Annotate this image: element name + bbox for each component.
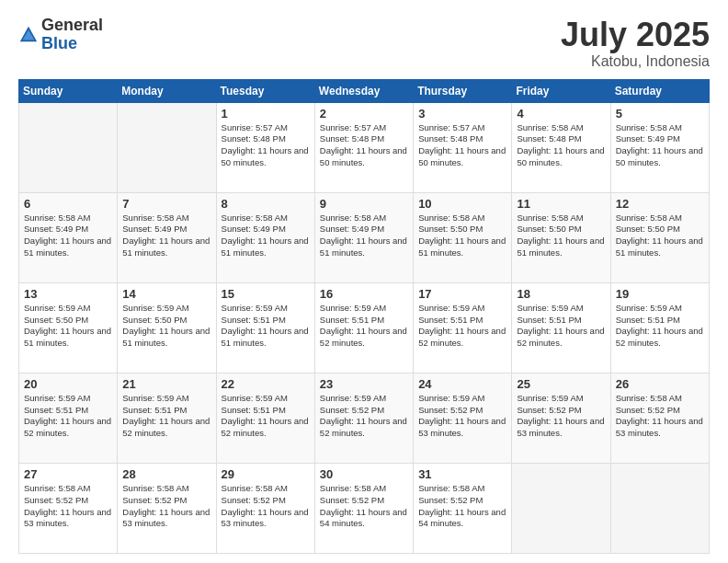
day-info: Sunrise: 5:58 AM Sunset: 5:50 PM Dayligh… — [517, 213, 605, 259]
calendar-cell: 12Sunrise: 5:58 AM Sunset: 5:50 PM Dayli… — [610, 192, 709, 282]
day-number: 12 — [616, 197, 704, 211]
calendar-cell: 1Sunrise: 5:57 AM Sunset: 5:48 PM Daylig… — [216, 102, 314, 192]
day-info: Sunrise: 5:58 AM Sunset: 5:49 PM Dayligh… — [24, 213, 112, 259]
calendar-cell: 2Sunrise: 5:57 AM Sunset: 5:48 PM Daylig… — [314, 102, 413, 192]
day-number: 27 — [24, 467, 112, 481]
calendar-cell: 11Sunrise: 5:58 AM Sunset: 5:50 PM Dayli… — [512, 192, 610, 282]
day-number: 6 — [24, 197, 112, 211]
day-number: 15 — [222, 287, 310, 301]
calendar-week-row: 27Sunrise: 5:58 AM Sunset: 5:52 PM Dayli… — [19, 463, 710, 553]
calendar-cell: 31Sunrise: 5:58 AM Sunset: 5:52 PM Dayli… — [414, 463, 512, 553]
calendar-cell: 22Sunrise: 5:59 AM Sunset: 5:51 PM Dayli… — [216, 373, 314, 463]
day-info: Sunrise: 5:58 AM Sunset: 5:50 PM Dayligh… — [616, 213, 704, 259]
day-info: Sunrise: 5:59 AM Sunset: 5:51 PM Dayligh… — [418, 303, 506, 350]
logo-blue: Blue — [41, 35, 103, 53]
day-number: 21 — [122, 377, 210, 391]
calendar-cell — [610, 463, 709, 553]
calendar-cell: 18Sunrise: 5:59 AM Sunset: 5:51 PM Dayli… — [512, 282, 610, 373]
day-number: 14 — [122, 287, 210, 301]
weekday-header-wednesday: Wednesday — [314, 79, 413, 102]
day-info: Sunrise: 5:59 AM Sunset: 5:51 PM Dayligh… — [517, 303, 605, 350]
day-number: 19 — [616, 287, 704, 301]
calendar-week-row: 13Sunrise: 5:59 AM Sunset: 5:50 PM Dayli… — [19, 282, 710, 373]
calendar-cell: 13Sunrise: 5:59 AM Sunset: 5:50 PM Dayli… — [19, 282, 118, 373]
calendar-week-row: 6Sunrise: 5:58 AM Sunset: 5:49 PM Daylig… — [19, 192, 710, 282]
day-number: 24 — [418, 377, 506, 391]
day-info: Sunrise: 5:59 AM Sunset: 5:52 PM Dayligh… — [418, 393, 506, 440]
day-info: Sunrise: 5:57 AM Sunset: 5:48 PM Dayligh… — [222, 122, 310, 169]
calendar-cell: 29Sunrise: 5:58 AM Sunset: 5:52 PM Dayli… — [216, 463, 314, 553]
weekday-header-saturday: Saturday — [610, 79, 709, 102]
day-number: 22 — [222, 377, 310, 391]
day-info: Sunrise: 5:58 AM Sunset: 5:52 PM Dayligh… — [320, 483, 408, 530]
day-info: Sunrise: 5:58 AM Sunset: 5:52 PM Dayligh… — [418, 483, 506, 530]
day-info: Sunrise: 5:58 AM Sunset: 5:52 PM Dayligh… — [24, 483, 112, 530]
day-number: 11 — [517, 197, 605, 211]
day-info: Sunrise: 5:58 AM Sunset: 5:49 PM Dayligh… — [122, 213, 210, 259]
page: General Blue July 2025 Katobu, Indonesia… — [0, 0, 728, 563]
weekday-header-tuesday: Tuesday — [216, 79, 314, 102]
day-info: Sunrise: 5:59 AM Sunset: 5:52 PM Dayligh… — [320, 393, 408, 440]
calendar-cell: 26Sunrise: 5:58 AM Sunset: 5:52 PM Dayli… — [610, 373, 709, 463]
day-info: Sunrise: 5:59 AM Sunset: 5:51 PM Dayligh… — [122, 393, 210, 440]
day-info: Sunrise: 5:59 AM Sunset: 5:51 PM Dayligh… — [24, 393, 112, 440]
logo-general: General — [41, 17, 103, 35]
day-info: Sunrise: 5:59 AM Sunset: 5:52 PM Dayligh… — [517, 393, 605, 440]
calendar-cell: 6Sunrise: 5:58 AM Sunset: 5:49 PM Daylig… — [19, 192, 118, 282]
day-number: 28 — [122, 467, 210, 481]
logo-icon — [18, 25, 39, 45]
calendar-cell: 20Sunrise: 5:59 AM Sunset: 5:51 PM Dayli… — [19, 373, 118, 463]
day-number: 17 — [418, 287, 506, 301]
calendar-cell: 28Sunrise: 5:58 AM Sunset: 5:52 PM Dayli… — [118, 463, 216, 553]
calendar-cell — [19, 102, 118, 192]
day-number: 2 — [320, 107, 408, 121]
month-year: July 2025 — [561, 17, 710, 53]
calendar-cell: 19Sunrise: 5:59 AM Sunset: 5:51 PM Dayli… — [610, 282, 709, 373]
day-number: 13 — [24, 287, 112, 301]
calendar-cell: 9Sunrise: 5:58 AM Sunset: 5:49 PM Daylig… — [314, 192, 413, 282]
weekday-header-row: SundayMondayTuesdayWednesdayThursdayFrid… — [19, 79, 710, 102]
day-info: Sunrise: 5:59 AM Sunset: 5:51 PM Dayligh… — [222, 303, 310, 350]
day-info: Sunrise: 5:59 AM Sunset: 5:51 PM Dayligh… — [222, 393, 310, 440]
day-info: Sunrise: 5:59 AM Sunset: 5:51 PM Dayligh… — [320, 303, 408, 350]
day-info: Sunrise: 5:58 AM Sunset: 5:49 PM Dayligh… — [320, 213, 408, 259]
calendar-cell: 8Sunrise: 5:58 AM Sunset: 5:49 PM Daylig… — [216, 192, 314, 282]
header: General Blue July 2025 Katobu, Indonesia — [18, 17, 710, 70]
calendar-week-row: 1Sunrise: 5:57 AM Sunset: 5:48 PM Daylig… — [19, 102, 710, 192]
calendar-header: SundayMondayTuesdayWednesdayThursdayFrid… — [19, 79, 710, 102]
day-number: 20 — [24, 377, 112, 391]
day-number: 25 — [517, 377, 605, 391]
day-number: 18 — [517, 287, 605, 301]
day-number: 4 — [517, 107, 605, 121]
weekday-header-friday: Friday — [512, 79, 610, 102]
weekday-header-thursday: Thursday — [414, 79, 512, 102]
calendar-week-row: 20Sunrise: 5:59 AM Sunset: 5:51 PM Dayli… — [19, 373, 710, 463]
day-info: Sunrise: 5:59 AM Sunset: 5:50 PM Dayligh… — [24, 303, 112, 350]
day-info: Sunrise: 5:58 AM Sunset: 5:52 PM Dayligh… — [616, 393, 704, 440]
location: Katobu, Indonesia — [561, 53, 710, 70]
calendar-cell: 30Sunrise: 5:58 AM Sunset: 5:52 PM Dayli… — [314, 463, 413, 553]
calendar-cell: 27Sunrise: 5:58 AM Sunset: 5:52 PM Dayli… — [19, 463, 118, 553]
calendar-body: 1Sunrise: 5:57 AM Sunset: 5:48 PM Daylig… — [19, 102, 710, 553]
title-block: July 2025 Katobu, Indonesia — [561, 17, 710, 70]
calendar-cell: 4Sunrise: 5:58 AM Sunset: 5:48 PM Daylig… — [512, 102, 610, 192]
day-info: Sunrise: 5:58 AM Sunset: 5:50 PM Dayligh… — [418, 213, 506, 259]
day-number: 16 — [320, 287, 408, 301]
calendar-cell: 7Sunrise: 5:58 AM Sunset: 5:49 PM Daylig… — [118, 192, 216, 282]
weekday-header-sunday: Sunday — [19, 79, 118, 102]
day-info: Sunrise: 5:57 AM Sunset: 5:48 PM Dayligh… — [418, 122, 506, 169]
day-number: 29 — [222, 467, 310, 481]
day-info: Sunrise: 5:59 AM Sunset: 5:50 PM Dayligh… — [122, 303, 210, 350]
calendar-cell: 24Sunrise: 5:59 AM Sunset: 5:52 PM Dayli… — [414, 373, 512, 463]
calendar-table: SundayMondayTuesdayWednesdayThursdayFrid… — [18, 79, 710, 554]
calendar-cell: 25Sunrise: 5:59 AM Sunset: 5:52 PM Dayli… — [512, 373, 610, 463]
day-info: Sunrise: 5:58 AM Sunset: 5:48 PM Dayligh… — [517, 122, 605, 169]
calendar-cell — [512, 463, 610, 553]
day-number: 23 — [320, 377, 408, 391]
calendar-cell: 23Sunrise: 5:59 AM Sunset: 5:52 PM Dayli… — [314, 373, 413, 463]
day-number: 31 — [418, 467, 506, 481]
calendar-cell: 16Sunrise: 5:59 AM Sunset: 5:51 PM Dayli… — [314, 282, 413, 373]
calendar-cell: 17Sunrise: 5:59 AM Sunset: 5:51 PM Dayli… — [414, 282, 512, 373]
day-info: Sunrise: 5:58 AM Sunset: 5:52 PM Dayligh… — [122, 483, 210, 530]
day-number: 3 — [418, 107, 506, 121]
